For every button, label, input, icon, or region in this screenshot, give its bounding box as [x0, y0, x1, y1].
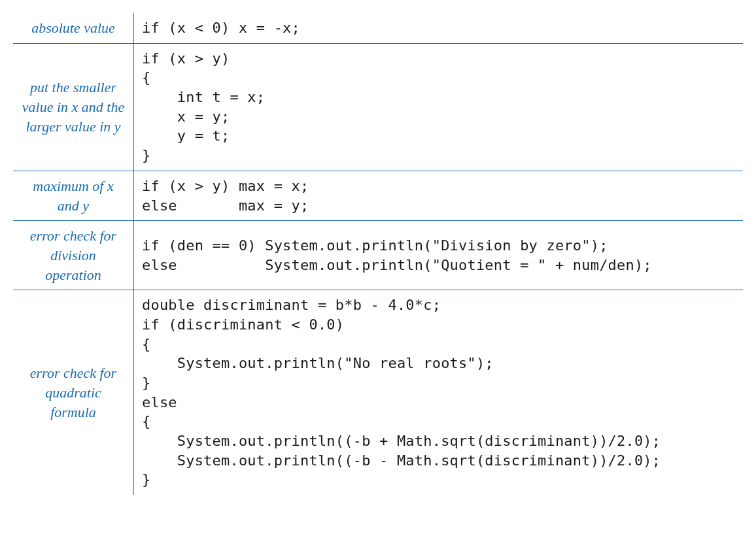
row-label-swap: put the smaller value in x and the large…: [13, 43, 134, 171]
row-code-division-check: if (den == 0) System.out.println("Divisi…: [134, 221, 744, 290]
row-code-swap: if (x > y) { int t = x; x = y; y = t; }: [134, 43, 744, 171]
row-label-absolute-value: absolute value: [13, 13, 134, 43]
table-row: error check for division operation if (d…: [13, 221, 743, 290]
row-code-quadratic: double discriminant = b*b - 4.0*c; if (d…: [134, 290, 744, 495]
table-row: maximum of x and y if (x > y) max = x; e…: [13, 171, 743, 220]
code-examples-table: absolute value if (x < 0) x = -x; put th…: [13, 13, 743, 495]
row-label-maximum: maximum of x and y: [13, 171, 134, 220]
table-row: error check for quadratic formula double…: [13, 290, 743, 495]
row-code-absolute-value: if (x < 0) x = -x;: [134, 13, 744, 43]
row-label-division-check: error check for division operation: [13, 221, 134, 290]
table-row: absolute value if (x < 0) x = -x;: [13, 13, 743, 43]
row-label-quadratic: error check for quadratic formula: [13, 290, 134, 495]
table-row: put the smaller value in x and the large…: [13, 43, 743, 171]
row-code-maximum: if (x > y) max = x; else max = y;: [134, 171, 744, 220]
